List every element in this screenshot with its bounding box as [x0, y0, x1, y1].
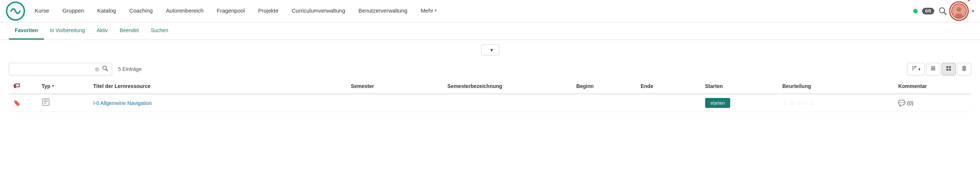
- avatar: [951, 3, 967, 19]
- svg-rect-17: [949, 66, 951, 68]
- filter-row: ▾: [0, 40, 980, 60]
- settings-icon: [961, 65, 967, 73]
- app-logo[interactable]: [6, 2, 25, 21]
- th-bookmark: 🏷: [9, 78, 37, 94]
- sort-dropdown-arrow: ▾: [918, 67, 921, 72]
- th-semesterbezeichnung: Semesterbezeichnung: [443, 78, 572, 94]
- cell-beginn: [572, 94, 636, 112]
- star-1[interactable]: ☆: [782, 99, 788, 107]
- list-view-button[interactable]: [926, 63, 940, 75]
- nav-item-gruppen[interactable]: Gruppen: [56, 0, 91, 22]
- th-kommentar: Kommentar: [894, 78, 971, 94]
- th-typ[interactable]: Typ ▾: [37, 78, 89, 94]
- course-title-link[interactable]: I-0 Allgemeine Navigation: [93, 100, 152, 106]
- svg-rect-18: [947, 69, 948, 70]
- nav-item-kurse[interactable]: Kurse: [28, 0, 56, 22]
- th-beginn: Beginn: [572, 78, 636, 94]
- comment-icon[interactable]: 💬: [898, 100, 905, 106]
- table-header-row: 🏷 Typ ▾ Titel der Lernressource Semester…: [9, 78, 971, 94]
- search-input[interactable]: [13, 66, 92, 72]
- cell-title: I-0 Allgemeine Navigation: [89, 94, 346, 112]
- svg-rect-21: [43, 99, 49, 105]
- nav-item-projekte[interactable]: Projekte: [251, 0, 285, 22]
- search-row: ⊗ 5 Einträge ▾: [0, 60, 980, 78]
- bookmark-icon[interactable]: 🔖: [13, 100, 21, 106]
- th-semester: Semester: [347, 78, 443, 94]
- nav-item-coaching[interactable]: Coaching: [123, 0, 159, 22]
- svg-point-5: [955, 13, 963, 19]
- svg-point-20: [963, 68, 965, 70]
- svg-rect-15: [931, 70, 935, 70]
- nav-item-autorenbereich[interactable]: Autorenbereich: [159, 0, 210, 22]
- search-clear-button[interactable]: ⊗: [94, 66, 99, 73]
- mehr-dropdown-icon: ▾: [435, 8, 437, 13]
- star-5[interactable]: ☆: [809, 99, 815, 107]
- search-submit-icon: [102, 65, 108, 71]
- comment-count: (0): [907, 100, 913, 106]
- list-icon-svg: [930, 65, 936, 71]
- courses-table: 🏷 Typ ▾ Titel der Lernressource Semester…: [9, 78, 971, 112]
- table-container: 🏷 Typ ▾ Titel der Lernressource Semester…: [0, 78, 980, 112]
- list-view-icon: [930, 65, 936, 73]
- tab-beendet[interactable]: Beendet: [114, 22, 145, 40]
- arrow-indicator: [967, 0, 980, 3]
- nav-item-benutzerverwaltung[interactable]: Benutzerverwaltung: [352, 0, 414, 22]
- avatar-image: [952, 3, 966, 19]
- gear-icon-svg: [961, 65, 967, 71]
- cell-semester: [347, 94, 443, 112]
- filter-dropdown-icon: ▾: [490, 47, 493, 53]
- nav-item-curriculumverwaltung[interactable]: Curriculumverwaltung: [285, 0, 352, 22]
- nav-items: Kurse Gruppen Katalog Coaching Autorenbe…: [28, 0, 913, 22]
- th-beurteilung: Beurteilung: [778, 78, 894, 94]
- cell-starten: starten: [701, 94, 778, 112]
- grid-view-icon: [946, 65, 951, 73]
- nav-right: 0/0: [913, 3, 974, 19]
- sort-button[interactable]: ▾: [907, 63, 925, 75]
- cell-semesterbezeichnung: [443, 94, 572, 112]
- entry-count: 5 Einträge: [118, 66, 142, 72]
- search-icon: [939, 7, 947, 15]
- tab-favoriten[interactable]: Favoriten: [9, 22, 44, 40]
- start-button[interactable]: starten: [705, 98, 730, 108]
- search-submit-button[interactable]: [102, 65, 108, 73]
- type-icon: [42, 100, 50, 108]
- star-4[interactable]: ☆: [802, 99, 808, 107]
- avatar-dropdown-button[interactable]: ▾: [972, 8, 974, 14]
- cell-beurteilung: ☆ ☆ ☆ ☆ ☆: [778, 94, 894, 112]
- th-starten: Starten: [701, 78, 778, 94]
- cell-bookmark: 🔖: [9, 94, 37, 112]
- star-2[interactable]: ☆: [789, 99, 795, 107]
- counter-badge: 0/0: [922, 8, 934, 14]
- toolbar-right: ▾: [907, 63, 971, 75]
- course-type-icon: [42, 98, 50, 106]
- filter-dropdown[interactable]: ▾: [481, 44, 499, 56]
- typ-sort-icon: ▾: [52, 83, 54, 88]
- global-search-button[interactable]: [939, 7, 947, 15]
- svg-rect-19: [949, 69, 951, 70]
- cell-ende: [636, 94, 701, 112]
- th-title: Titel der Lernressource: [89, 78, 346, 94]
- th-ende: Ende: [636, 78, 701, 94]
- tab-in-vorbereitung[interactable]: In Vorbereitung: [44, 22, 91, 40]
- settings-button[interactable]: [957, 63, 971, 75]
- avatar-container[interactable]: [951, 3, 967, 19]
- nav-item-mehr[interactable]: Mehr ▾: [414, 0, 444, 22]
- tab-aktiv[interactable]: Aktiv: [91, 22, 114, 40]
- svg-rect-14: [931, 68, 935, 69]
- svg-point-4: [957, 7, 962, 12]
- search-box: ⊗: [9, 63, 112, 75]
- sort-icon: [911, 65, 917, 73]
- svg-line-2: [944, 12, 947, 14]
- navbar: Kurse Gruppen Katalog Coaching Autorenbe…: [0, 0, 980, 22]
- grid-view-button[interactable]: [942, 63, 956, 75]
- bookmark-col-icon: 🏷: [13, 82, 20, 89]
- sort-icon-svg: [911, 65, 917, 71]
- star-3[interactable]: ☆: [795, 99, 802, 107]
- nav-item-katalog[interactable]: Katalog: [91, 0, 123, 22]
- tabs-bar: Favoriten In Vorbereitung Aktiv Beendet …: [0, 22, 980, 40]
- nav-item-fragenpool[interactable]: Fragenpool: [210, 0, 251, 22]
- grid-icon-svg: [946, 65, 951, 71]
- svg-rect-13: [931, 67, 935, 67]
- tab-suchen[interactable]: Suchen: [145, 22, 174, 40]
- star-rating[interactable]: ☆ ☆ ☆ ☆ ☆: [782, 99, 889, 107]
